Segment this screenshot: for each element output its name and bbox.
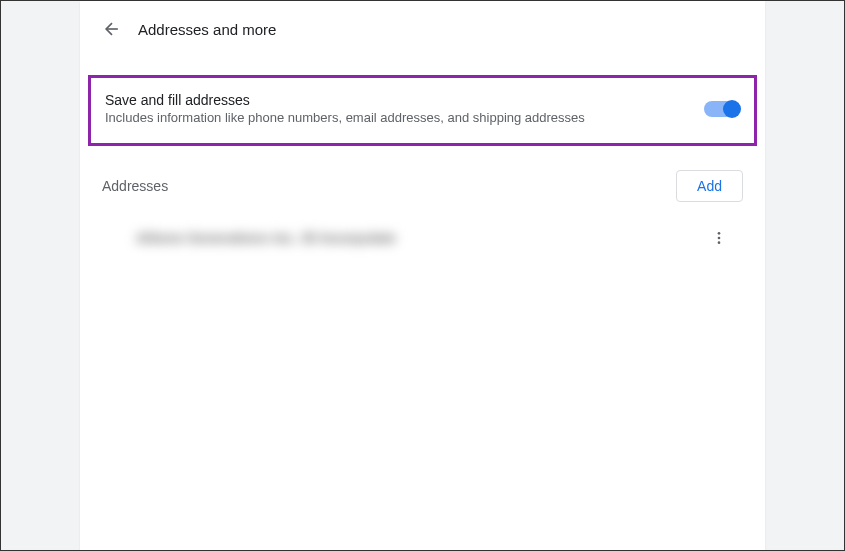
page-header: Addresses and more bbox=[80, 1, 765, 57]
addresses-title: Addresses bbox=[102, 178, 168, 194]
back-arrow-icon[interactable] bbox=[102, 19, 122, 39]
setting-description: Includes information like phone numbers,… bbox=[105, 110, 704, 125]
addresses-header: Addresses Add bbox=[80, 146, 765, 202]
settings-card: Addresses and more Save and fill address… bbox=[80, 1, 765, 550]
svg-point-1 bbox=[718, 232, 721, 235]
svg-point-3 bbox=[718, 241, 721, 244]
save-fill-setting-highlight: Save and fill addresses Includes informa… bbox=[88, 75, 757, 146]
more-vert-icon[interactable] bbox=[709, 228, 729, 248]
svg-point-2 bbox=[718, 237, 721, 240]
address-label: Athene Generations Inc. 35 Incorpulate bbox=[136, 230, 396, 246]
setting-text: Save and fill addresses Includes informa… bbox=[105, 92, 704, 125]
save-fill-toggle[interactable] bbox=[704, 101, 740, 117]
setting-title: Save and fill addresses bbox=[105, 92, 704, 108]
add-address-button[interactable]: Add bbox=[676, 170, 743, 202]
toggle-thumb bbox=[723, 100, 741, 118]
address-row[interactable]: Athene Generations Inc. 35 Incorpulate bbox=[80, 202, 765, 248]
page-title: Addresses and more bbox=[138, 21, 276, 38]
